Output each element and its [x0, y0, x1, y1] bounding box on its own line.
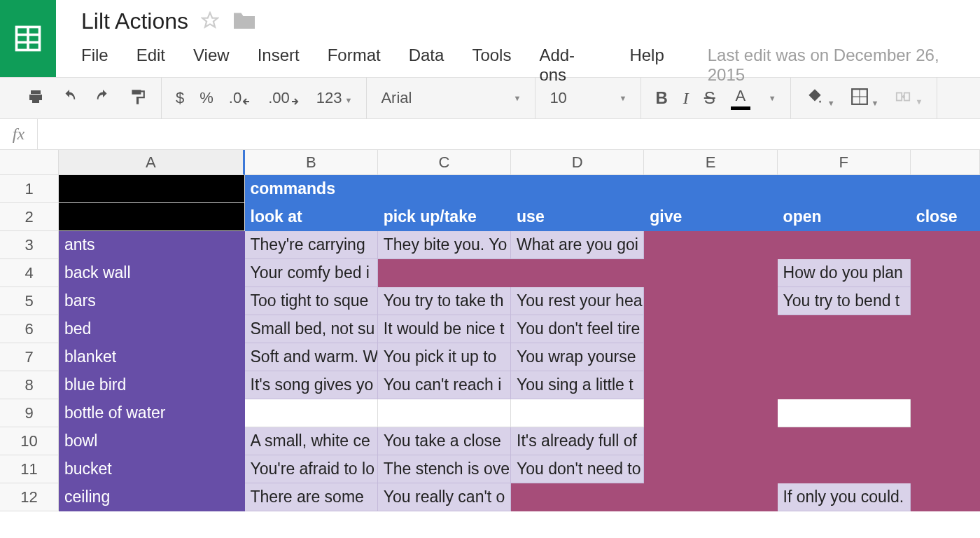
text-color-button[interactable]: A: [731, 87, 750, 110]
font-selector[interactable]: Arial▼: [381, 89, 521, 107]
strikethrough-button[interactable]: S: [704, 88, 715, 108]
cell[interactable]: bowl: [59, 427, 245, 455]
number-format-button[interactable]: 123▼: [316, 89, 353, 107]
cell[interactable]: [778, 343, 911, 371]
cell[interactable]: You don't need to: [511, 455, 644, 483]
star-icon[interactable]: [201, 11, 219, 32]
row-header[interactable]: 5: [0, 287, 59, 315]
cell[interactable]: You try to take th: [378, 287, 511, 315]
text-color-dropdown[interactable]: ▼: [769, 94, 776, 102]
cell[interactable]: [59, 175, 245, 203]
cell[interactable]: [378, 175, 511, 203]
row-header[interactable]: 4: [0, 259, 59, 287]
cell[interactable]: [644, 371, 777, 399]
cell[interactable]: [778, 371, 911, 399]
cell[interactable]: You pick it up to: [378, 343, 511, 371]
cell[interactable]: bars: [59, 287, 245, 315]
menu-view[interactable]: View: [193, 46, 230, 65]
paint-format-icon[interactable]: [127, 88, 147, 109]
cell[interactable]: You rest your hea: [511, 287, 644, 315]
undo-icon[interactable]: [60, 89, 78, 108]
cell[interactable]: You really can't o: [378, 483, 511, 511]
cell[interactable]: [778, 231, 911, 259]
cell[interactable]: close: [911, 203, 980, 231]
cell[interactable]: [911, 175, 980, 203]
cell[interactable]: [644, 427, 777, 455]
merge-button[interactable]: ▼: [894, 89, 923, 108]
cell[interactable]: [378, 259, 511, 287]
row-header[interactable]: 8: [0, 371, 59, 399]
cell[interactable]: [644, 483, 777, 511]
cell[interactable]: [378, 399, 511, 427]
cell[interactable]: How do you plan: [778, 259, 911, 287]
cell[interactable]: [778, 427, 911, 455]
cell[interactable]: You can't reach i: [378, 371, 511, 399]
cell[interactable]: [245, 399, 378, 427]
cell[interactable]: They bite you. Yo: [378, 231, 511, 259]
cell[interactable]: [778, 175, 911, 203]
borders-button[interactable]: ▼: [850, 88, 879, 109]
row-header[interactable]: 7: [0, 343, 59, 371]
cell[interactable]: If only you could.: [778, 483, 911, 511]
cell[interactable]: It's already full of: [511, 427, 644, 455]
cell[interactable]: There are some: [245, 483, 378, 511]
cell[interactable]: What are you goi: [511, 231, 644, 259]
cell[interactable]: back wall: [59, 259, 245, 287]
decrease-decimal-button[interactable]: .0: [229, 89, 253, 107]
cell[interactable]: Soft and warm. W: [245, 343, 378, 371]
cell[interactable]: bucket: [59, 455, 245, 483]
currency-button[interactable]: $: [176, 89, 184, 107]
row-header[interactable]: 6: [0, 315, 59, 343]
cell[interactable]: You take a close: [378, 427, 511, 455]
column-header[interactable]: E: [644, 150, 777, 175]
row-header[interactable]: 1: [0, 175, 59, 203]
cell[interactable]: [644, 399, 777, 427]
print-icon[interactable]: [27, 88, 45, 109]
cell[interactable]: [644, 455, 777, 483]
row-header[interactable]: 11: [0, 455, 59, 483]
cell[interactable]: A small, white ce: [245, 427, 378, 455]
column-header[interactable]: C: [378, 150, 511, 175]
cell[interactable]: pick up/take: [378, 203, 511, 231]
cell[interactable]: You try to bend t: [778, 287, 911, 315]
cell[interactable]: [511, 483, 644, 511]
cell[interactable]: [644, 231, 777, 259]
column-header[interactable]: [911, 150, 980, 175]
cell[interactable]: They're carrying: [245, 231, 378, 259]
cell[interactable]: [644, 259, 777, 287]
cell[interactable]: The stench is ove: [378, 455, 511, 483]
cell[interactable]: look at: [245, 203, 378, 231]
cell[interactable]: open: [778, 203, 911, 231]
cell[interactable]: [911, 399, 980, 427]
percent-button[interactable]: %: [200, 89, 214, 107]
cell[interactable]: blue bird: [59, 371, 245, 399]
cell[interactable]: [511, 259, 644, 287]
cell[interactable]: ants: [59, 231, 245, 259]
cell[interactable]: You wrap yourse: [511, 343, 644, 371]
cell[interactable]: [778, 315, 911, 343]
cell[interactable]: [59, 203, 245, 231]
cell[interactable]: [911, 231, 980, 259]
cell[interactable]: [911, 287, 980, 315]
cell[interactable]: You sing a little t: [511, 371, 644, 399]
cell[interactable]: [511, 175, 644, 203]
cell[interactable]: [911, 259, 980, 287]
cell[interactable]: Your comfy bed i: [245, 259, 378, 287]
cell[interactable]: [911, 343, 980, 371]
column-header[interactable]: A: [59, 150, 245, 175]
row-header[interactable]: 3: [0, 231, 59, 259]
row-header[interactable]: 9: [0, 399, 59, 427]
column-header[interactable]: F: [778, 150, 911, 175]
folder-icon[interactable]: [232, 10, 257, 34]
cell[interactable]: [911, 427, 980, 455]
row-header[interactable]: 12: [0, 483, 59, 511]
cell[interactable]: [911, 371, 980, 399]
cell[interactable]: [911, 483, 980, 511]
cell[interactable]: bed: [59, 315, 245, 343]
row-header[interactable]: 10: [0, 427, 59, 455]
cell[interactable]: [644, 315, 777, 343]
font-size-selector[interactable]: 10▼: [550, 89, 626, 107]
cell[interactable]: It would be nice t: [378, 315, 511, 343]
italic-button[interactable]: I: [683, 89, 689, 108]
document-title[interactable]: Lilt Actions: [81, 8, 188, 34]
